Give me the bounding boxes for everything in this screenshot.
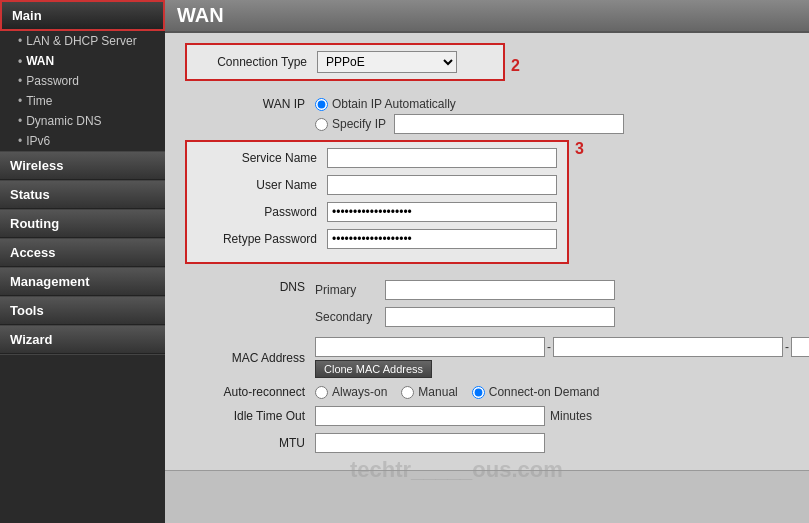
dns-rows: Primary 0.0.0.0 Secondary 0.0.0.0 bbox=[315, 280, 615, 331]
sidebar-section-wizard: Wizard bbox=[0, 326, 165, 355]
sidebar-section-management: Management bbox=[0, 268, 165, 297]
password-input[interactable] bbox=[327, 202, 557, 222]
password-label: Password bbox=[197, 205, 327, 219]
password-row: Password bbox=[197, 202, 557, 222]
obtain-ip-radio[interactable] bbox=[315, 98, 328, 111]
connect-on-demand-radio[interactable] bbox=[472, 386, 485, 399]
sidebar-section-tools: Tools bbox=[0, 297, 165, 326]
manual-radio[interactable] bbox=[401, 386, 414, 399]
mac-address-row: MAC Address 1a - 2b - 3c - 4d - 5e - 6f … bbox=[185, 337, 809, 378]
dns-primary-row: Primary 0.0.0.0 bbox=[315, 280, 615, 300]
retype-password-input[interactable] bbox=[327, 229, 557, 249]
sidebar-section-routing: Routing bbox=[0, 210, 165, 239]
sidebar-item-lan-dhcp[interactable]: LAN & DHCP Server bbox=[0, 31, 165, 51]
sidebar-item-wan[interactable]: WAN bbox=[0, 51, 165, 71]
dns-secondary-input[interactable]: 0.0.0.0 bbox=[385, 307, 615, 327]
mac-inputs: 1a - 2b - 3c - 4d - 5e - 6f bbox=[315, 337, 809, 357]
sidebar-section-main: Main LAN & DHCP Server WAN Password Time… bbox=[0, 0, 165, 152]
idle-timeout-input[interactable]: 5 bbox=[315, 406, 545, 426]
sidebar-management-header[interactable]: Management bbox=[0, 268, 165, 296]
retype-password-row: Retype Password bbox=[197, 229, 557, 249]
page-title: WAN bbox=[177, 4, 224, 27]
idle-timeout-label: Idle Time Out bbox=[185, 409, 315, 423]
always-on-radio-label[interactable]: Always-on bbox=[315, 385, 387, 399]
bottom-bar: Cancel Apply Copyright © 2013 TRENDnet. … bbox=[165, 470, 809, 523]
specify-ip-radio-label[interactable]: Specify IP 0.0.0.0 bbox=[315, 114, 624, 134]
manual-text: Manual bbox=[418, 385, 457, 399]
connection-type-label: Connection Type bbox=[197, 55, 317, 69]
sidebar-wireless-header[interactable]: Wireless bbox=[0, 152, 165, 180]
top-bar: WAN Help bbox=[165, 0, 809, 33]
obtain-ip-radio-label[interactable]: Obtain IP Automatically bbox=[315, 97, 624, 111]
dns-secondary-label: Secondary bbox=[315, 310, 385, 324]
sidebar-section-wireless: Wireless bbox=[0, 152, 165, 181]
manual-radio-label[interactable]: Manual bbox=[401, 385, 457, 399]
sidebar-access-header[interactable]: Access bbox=[0, 239, 165, 267]
connection-type-select[interactable]: PPPoE DHCP Static IP PPTP L2TP bbox=[317, 51, 457, 73]
dns-label: DNS bbox=[185, 280, 315, 294]
mac-address-label: MAC Address bbox=[185, 351, 315, 365]
credentials-section: Service Name User Name Password Retype P… bbox=[185, 140, 569, 264]
dns-section: DNS Primary 0.0.0.0 Secondary 0.0.0.0 bbox=[185, 280, 809, 331]
form-area: Connection Type PPPoE DHCP Static IP PPT… bbox=[165, 33, 809, 470]
specify-ip-radio[interactable] bbox=[315, 118, 328, 131]
service-name-row: Service Name bbox=[197, 148, 557, 168]
specify-ip-text: Specify IP bbox=[332, 117, 386, 131]
dns-primary-input[interactable]: 0.0.0.0 bbox=[385, 280, 615, 300]
annotation-3: 3 bbox=[575, 140, 584, 158]
sidebar-routing-header[interactable]: Routing bbox=[0, 210, 165, 238]
connection-type-section: Connection Type PPPoE DHCP Static IP PPT… bbox=[185, 43, 505, 81]
sidebar-section-access: Access bbox=[0, 239, 165, 268]
service-name-input[interactable] bbox=[327, 148, 557, 168]
dns-secondary-row: Secondary 0.0.0.0 bbox=[315, 307, 615, 327]
auto-reconnect-options: Always-on Manual Connect-on Demand bbox=[315, 385, 599, 399]
username-row: User Name bbox=[197, 175, 557, 195]
sidebar-section-status: Status bbox=[0, 181, 165, 210]
mac-3-input[interactable]: 3c bbox=[791, 337, 809, 357]
service-name-label: Service Name bbox=[197, 151, 327, 165]
sidebar-item-ipv6[interactable]: IPv6 bbox=[0, 131, 165, 151]
connect-on-demand-radio-label[interactable]: Connect-on Demand bbox=[472, 385, 600, 399]
mtu-label: MTU bbox=[185, 436, 315, 450]
wan-ip-label: WAN IP bbox=[185, 97, 315, 111]
sidebar-wizard-header[interactable]: Wizard bbox=[0, 326, 165, 354]
clone-mac-button[interactable]: Clone MAC Address bbox=[315, 360, 432, 378]
auto-reconnect-row: Auto-reconnect Always-on Manual Connect-… bbox=[185, 385, 809, 399]
mtu-row: MTU 1492 bbox=[185, 433, 809, 453]
mac-1-input[interactable]: 1a bbox=[315, 337, 545, 357]
content-wrapper: WAN Help Connection Type PPPoE DHCP Stat… bbox=[165, 0, 809, 523]
sidebar: Main LAN & DHCP Server WAN Password Time… bbox=[0, 0, 165, 523]
always-on-text: Always-on bbox=[332, 385, 387, 399]
dns-primary-label: Primary bbox=[315, 283, 385, 297]
auto-reconnect-label: Auto-reconnect bbox=[185, 385, 315, 399]
specify-ip-input[interactable]: 0.0.0.0 bbox=[394, 114, 624, 134]
sidebar-item-password[interactable]: Password bbox=[0, 71, 165, 91]
mac-2-input[interactable]: 2b bbox=[553, 337, 783, 357]
wan-ip-section: WAN IP Obtain IP Automatically Specify I… bbox=[185, 97, 809, 134]
mac-address-section: 1a - 2b - 3c - 4d - 5e - 6f Clone MAC Ad… bbox=[315, 337, 809, 378]
idle-timeout-row: Idle Time Out 5 Minutes bbox=[185, 406, 809, 426]
sidebar-status-header[interactable]: Status bbox=[0, 181, 165, 209]
obtain-ip-text: Obtain IP Automatically bbox=[332, 97, 456, 111]
idle-timeout-unit: Minutes bbox=[550, 409, 592, 423]
wan-ip-options: Obtain IP Automatically Specify IP 0.0.0… bbox=[315, 97, 624, 134]
username-input[interactable] bbox=[327, 175, 557, 195]
sidebar-main-header[interactable]: Main bbox=[0, 0, 165, 31]
retype-password-label: Retype Password bbox=[197, 232, 327, 246]
sidebar-tools-header[interactable]: Tools bbox=[0, 297, 165, 325]
connect-on-demand-text: Connect-on Demand bbox=[489, 385, 600, 399]
username-label: User Name bbox=[197, 178, 327, 192]
sidebar-item-time[interactable]: Time bbox=[0, 91, 165, 111]
annotation-2: 2 bbox=[511, 57, 520, 75]
mtu-input[interactable]: 1492 bbox=[315, 433, 545, 453]
always-on-radio[interactable] bbox=[315, 386, 328, 399]
sidebar-item-dynamic-dns[interactable]: Dynamic DNS bbox=[0, 111, 165, 131]
